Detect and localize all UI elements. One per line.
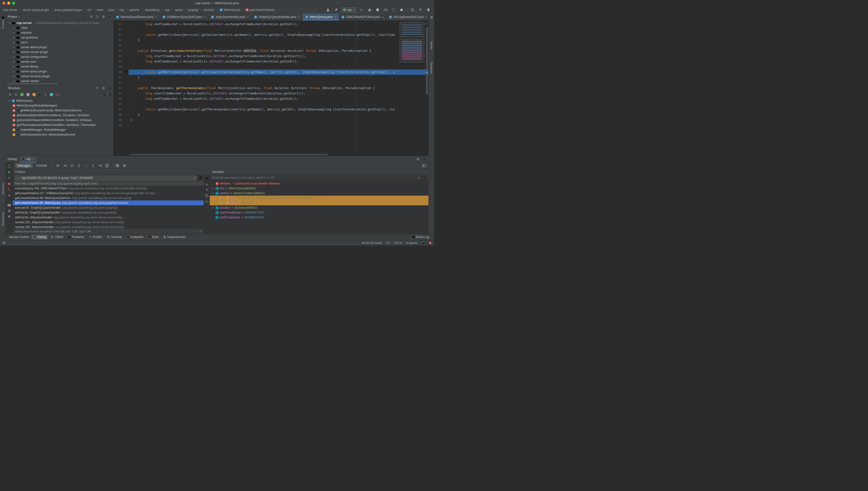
code-preview-thumbnail[interactable] [400, 39, 424, 62]
toolwindow-button[interactable]: Problems [66, 235, 86, 239]
move-watch-down-icon[interactable] [205, 182, 208, 186]
code-editor[interactable]: 51 long endTimeBucket = DurationUtils.IN… [114, 21, 428, 156]
expand-icon[interactable] [12, 41, 15, 44]
locate-file-icon[interactable] [90, 15, 93, 19]
toolwindow-button[interactable]: Version Control [3, 235, 31, 239]
expand-icon[interactable] [212, 206, 214, 209]
line-number[interactable]: 54 [114, 37, 124, 43]
intention-bulb-icon[interactable] [124, 69, 128, 75]
breadcrumb-item[interactable]: getLinearIntValues [245, 8, 280, 11]
project-tree-item[interactable]: server-core [6, 59, 113, 64]
notifications-icon[interactable] [426, 7, 431, 12]
variable-row[interactable]: duration = {Duration@6952} [210, 205, 428, 210]
hide-panel-icon[interactable] [423, 157, 426, 161]
show-lambdas-icon[interactable] [50, 93, 53, 96]
project-root-row[interactable]: oap-server ~/Downloads/apache-skywalking… [6, 21, 113, 25]
editor-tab[interactable]: JDBCHikariCPClient.java [339, 13, 386, 20]
rerun-debug-icon[interactable] [7, 164, 11, 168]
run-button[interactable] [359, 7, 364, 12]
frame-row[interactable]: getLinearIntValues:96, MetricQueryServic… [13, 196, 204, 200]
step-over-icon[interactable] [70, 164, 74, 168]
stripe-structure-button[interactable]: Structure [0, 183, 6, 195]
variable-row[interactable]: this = {MetricQuery@6950} [210, 186, 428, 191]
stop-button[interactable] [399, 7, 404, 12]
expand-icon[interactable] [12, 75, 15, 78]
project-tree-item[interactable]: server-configuration [6, 55, 113, 59]
variable-row[interactable]: startTimeBucket = 202008071417 [210, 210, 428, 215]
line-number[interactable]: 55 [114, 43, 124, 48]
variable-row[interactable]: endTimeBucket = 202008071418 [210, 215, 428, 220]
rerun-button[interactable] [391, 7, 396, 12]
gear-icon[interactable] [416, 157, 420, 161]
expand-icon[interactable] [12, 31, 15, 34]
fold-marker-icon[interactable] [124, 48, 128, 54]
structure-tree[interactable]: MetricQuery MetricQuery(ModuleManager) [6, 98, 113, 156]
editor-horizontal-scrollbar[interactable] [129, 154, 328, 155]
toolwindow-button[interactable]: TODO [49, 235, 65, 239]
gear-icon[interactable] [102, 86, 105, 90]
notification-dot[interactable] [429, 242, 431, 244]
project-tree[interactable]: oap-server ~/Downloads/apache-skywalking… [6, 20, 113, 85]
sort-by-visibility-icon[interactable] [14, 93, 18, 96]
line-number[interactable]: 62 [114, 80, 124, 85]
collapse-all-icon[interactable] [96, 86, 99, 90]
project-tree-item[interactable]: server-library [6, 64, 113, 69]
structure-tree-item[interactable]: MetricQuery(ModuleManager) [6, 103, 113, 108]
project-tree-item[interactable]: exporter [6, 30, 113, 35]
layout-settings-icon[interactable] [422, 164, 426, 168]
line-number[interactable]: 65 [114, 96, 124, 102]
line-number[interactable]: 60 [114, 69, 124, 75]
structure-tree-item[interactable]: moduleManager: ModuleManager [6, 127, 113, 132]
group-methods-icon[interactable] [44, 93, 47, 96]
editor-vertical-scrollbar[interactable] [426, 27, 428, 95]
stripe-project-button[interactable]: Project [0, 16, 6, 29]
breadcrumb-item[interactable]: query [175, 8, 188, 11]
show-anonymous-classes-icon[interactable] [56, 93, 59, 96]
toolwindow-button[interactable]: Endpoints [124, 235, 145, 239]
breadcrumb-item[interactable]: org [120, 8, 129, 11]
caret-position[interactable]: 60:93 (15 chars) [362, 241, 382, 244]
toolwindow-button[interactable]: Terminal [105, 235, 124, 239]
fold-marker-icon[interactable] [124, 112, 128, 117]
thread-dump-camera-icon[interactable] [7, 203, 11, 207]
editor-tab[interactable]: H2MetricsQueryDAO.java [160, 13, 208, 20]
toolwindow-stripes-toggle-icon[interactable] [3, 241, 6, 244]
build-hammer-icon[interactable] [333, 7, 339, 12]
tab-close-icon[interactable] [247, 16, 249, 18]
variable-row[interactable]: id = "') UNION ALL SELECT NULL,CONCAT('~… [210, 196, 428, 200]
coverage-button[interactable] [375, 7, 380, 12]
hint-close-icon[interactable] [199, 230, 202, 233]
thread-selector[interactable]: "qtp1818592781-43"@6,921 in group "main"… [15, 176, 197, 181]
expand-icon[interactable] [12, 27, 15, 29]
indent-info[interactable]: 4 spaces [406, 241, 417, 244]
toolwindow-button[interactable]: Debug [31, 235, 48, 239]
pin-tab-icon[interactable] [7, 215, 11, 219]
show-getters-icon[interactable] [20, 93, 24, 96]
evaluate-expression-icon[interactable] [105, 164, 109, 168]
show-execution-point-icon[interactable] [63, 164, 67, 168]
line-number[interactable]: 58 [114, 59, 124, 64]
force-step-into-icon[interactable] [84, 164, 88, 168]
show-fields-icon[interactable] [32, 93, 36, 96]
line-number[interactable]: 52 [114, 27, 124, 32]
chevron-down-icon[interactable]: ▾ [19, 16, 20, 18]
project-tree-item[interactable]: oal-grammar [6, 35, 113, 40]
tab-close-icon[interactable] [425, 16, 428, 18]
user-icon[interactable] [325, 7, 330, 12]
expand-icon[interactable] [8, 99, 11, 102]
frame-row[interactable]: getLinearIntValues:117, H2MetricsQueryDA… [13, 191, 204, 196]
project-panel-header[interactable]: Project ▾ [6, 13, 113, 20]
fold-marker-icon[interactable] [124, 37, 128, 43]
add-watch-icon[interactable] [205, 177, 208, 180]
breadcrumb-item[interactable]: apache [129, 8, 145, 11]
line-number[interactable]: 59 [114, 64, 124, 69]
breadcrumb-item[interactable]: graphql [188, 8, 203, 11]
debugger-settings-icon[interactable] [7, 209, 11, 213]
line-separator[interactable]: LF [386, 241, 390, 244]
variable-row[interactable]: metrics = {MetricCondition@6951} [210, 191, 428, 196]
line-number[interactable]: 51 [114, 22, 124, 27]
structure-root-row[interactable]: MetricQuery [6, 98, 113, 103]
event-log-button[interactable]: Event Log [410, 235, 431, 239]
structure-tree-item[interactable]: metricQueryService: MetricQueryService [6, 132, 113, 137]
fold-marker-icon[interactable] [124, 75, 128, 80]
